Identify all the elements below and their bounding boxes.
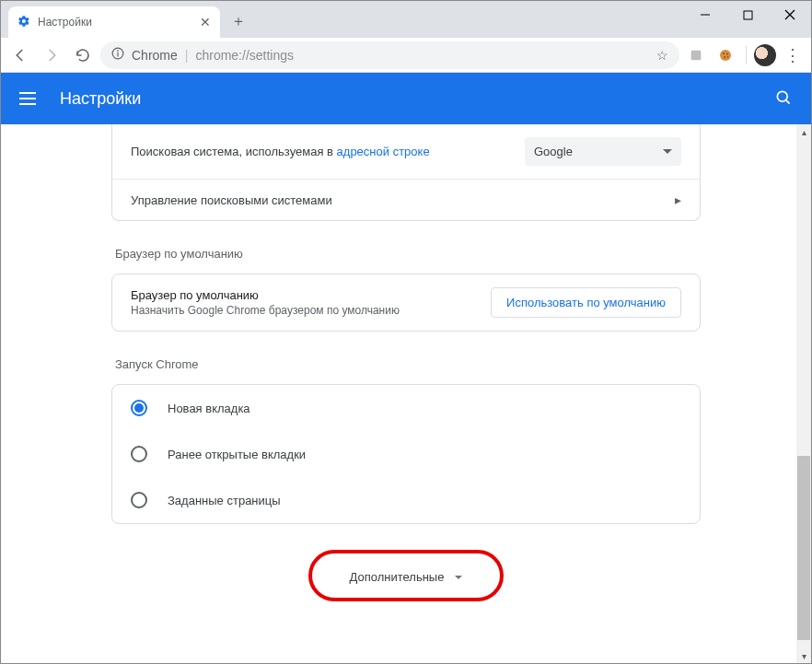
default-browser-subtitle: Назначить Google Chrome браузером по умо… [131,304,400,317]
svg-rect-6 [117,52,118,57]
bookmark-star-icon[interactable]: ☆ [656,48,668,63]
back-button[interactable] [6,41,34,69]
manage-search-engines-label: Управление поисковыми системами [131,193,332,207]
forward-button[interactable] [38,41,65,69]
scrollbar-thumb[interactable] [797,456,810,640]
advanced-toggle-button[interactable]: Дополнительные [333,563,480,591]
default-browser-section-title: Браузер по умолчанию [111,247,701,261]
maximize-button[interactable] [726,1,769,29]
settings-content: Поисковая система, используемая в адресн… [1,124,811,647]
svg-point-11 [724,56,725,58]
advanced-label: Дополнительные [350,570,445,584]
radio-icon[interactable] [131,492,147,508]
window-controls [684,1,811,29]
chevron-down-icon [663,149,672,154]
settings-title: Настройки [60,89,141,109]
radio-icon[interactable] [131,400,147,416]
search-engine-selected-value: Google [534,145,573,158]
minimize-button[interactable] [684,1,726,29]
scroll-down-arrow[interactable]: ▾ [796,648,811,663]
svg-point-9 [723,52,725,54]
new-tab-button[interactable]: ＋ [226,8,251,34]
address-bar-link[interactable]: адресной строке [337,145,430,158]
search-engine-row: Поисковая система, используемая в адресн… [112,124,700,179]
svg-point-10 [726,52,728,54]
omnibox-url: chrome://settings [195,48,294,63]
startup-option-label: Заданные страницы [168,494,281,507]
svg-point-8 [720,50,731,61]
chevron-right-icon: ▸ [675,192,681,207]
default-browser-card: Браузер по умолчанию Назначить Google Ch… [111,274,701,332]
extension-icon-cookie[interactable] [713,42,738,68]
close-window-button[interactable] [769,1,811,29]
content-wrap: Поисковая система, используемая в адресн… [1,124,811,663]
chrome-menu-button[interactable]: ⋮ [780,42,806,68]
reload-button[interactable] [69,41,97,69]
startup-option-label: Ранее открытые вкладки [168,448,306,461]
startup-option-specific[interactable]: Заданные страницы [112,477,700,523]
make-default-button[interactable]: Использовать по умолчанию [491,287,681,318]
browser-tab-settings[interactable]: Настройки ✕ [8,6,220,38]
startup-option-continue[interactable]: Ранее открытые вкладки [112,431,700,477]
search-engine-text: Поисковая система, используемая в [131,145,337,158]
manage-search-engines-row[interactable]: Управление поисковыми системами ▸ [112,179,700,220]
menu-icon[interactable] [19,87,41,110]
gear-icon [17,15,30,30]
search-engine-card: Поисковая система, используемая в адресн… [111,124,701,221]
on-startup-card: Новая вкладка Ранее открытые вкладки Зад… [111,384,701,524]
toolbar-separator [746,46,747,64]
default-browser-row: Браузер по умолчанию Назначить Google Ch… [112,274,700,331]
default-browser-text-block: Браузер по умолчанию Назначить Google Ch… [131,288,400,317]
toolbar: Chrome | chrome://settings ☆ ⋮ [1,38,811,73]
close-tab-icon[interactable]: ✕ [200,15,211,29]
startup-option-label: Новая вкладка [168,402,250,415]
svg-rect-1 [744,11,752,19]
omnibox-divider: | [185,48,189,63]
advanced-button-wrap: Дополнительные [111,563,701,591]
search-engine-select[interactable]: Google [525,137,681,166]
titlebar: Настройки ✕ ＋ [1,1,811,38]
on-startup-section-title: Запуск Chrome [111,357,701,371]
avatar[interactable] [754,44,776,66]
tab-title: Настройки [38,16,92,29]
settings-header: Настройки [1,73,811,124]
search-engine-label: Поисковая система, используемая в адресн… [131,145,430,158]
svg-point-12 [727,56,728,57]
radio-icon[interactable] [131,446,147,462]
svg-point-13 [777,91,787,101]
scrollbar-track[interactable]: ▴ ▾ [796,124,811,663]
extension-icon-1[interactable] [683,42,709,68]
omnibox[interactable]: Chrome | chrome://settings ☆ [100,41,679,69]
svg-rect-7 [691,50,702,60]
omnibox-chrome-label: Chrome [132,48,178,63]
startup-option-new-tab[interactable]: Новая вкладка [112,385,700,431]
scroll-up-arrow[interactable]: ▴ [796,124,811,139]
svg-line-14 [786,99,790,103]
chevron-down-icon [455,576,462,579]
search-icon[interactable] [774,88,793,110]
site-info-icon[interactable] [111,47,124,63]
svg-point-5 [117,50,119,52]
default-browser-title: Браузер по умолчанию [131,288,400,302]
